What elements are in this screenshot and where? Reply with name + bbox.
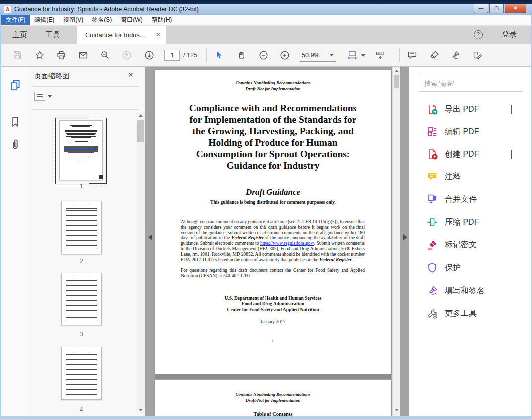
tool-redact[interactable]: 标记密文 [409, 234, 531, 256]
thumbnail-page-1[interactable] [59, 120, 103, 180]
close-button[interactable]: ✕ [505, 4, 526, 13]
scrollbar-thumb[interactable] [394, 75, 399, 88]
scroll-up-icon[interactable] [139, 114, 143, 117]
page-thumbnails-panel: 页面缩略图 ✕ [28, 67, 145, 416]
previous-page-icon[interactable] [119, 48, 134, 63]
tool-comment[interactable]: 注释 [409, 166, 531, 188]
page-thumbnails-icon[interactable] [9, 79, 22, 92]
tool-create-pdf[interactable]: 创建 PDF [409, 143, 531, 165]
menu-window[interactable]: 窗口(W) [116, 15, 147, 25]
bookmarks-icon[interactable] [9, 115, 22, 128]
document-scrollbar[interactable] [392, 67, 400, 416]
scroll-down-icon[interactable] [395, 409, 399, 411]
minimize-button[interactable]: — [474, 4, 488, 13]
menu-sign[interactable]: 签名(S) [88, 15, 116, 25]
hand-tool-icon[interactable] [234, 48, 249, 63]
pdf-page-1: Contains Nonbinding Recommendations Draf… [155, 70, 391, 374]
email-icon[interactable] [76, 48, 90, 63]
tab-bar: 主页 工具 Guidance for Indus... ✕ ? 登录 [1, 26, 531, 44]
window-title: Guidance for Industry: Sprouts - Adobe A… [14, 6, 199, 13]
adobe-pdf-icon: A [4, 6, 11, 13]
document-date: January 2017 [155, 319, 391, 324]
titlebar[interactable]: A Guidance for Industry: Sprouts - Adobe… [0, 4, 532, 15]
next-page-icon[interactable] [142, 48, 157, 63]
table-of-contents-title: Table of Contents [155, 411, 391, 416]
thumbnail-page-3[interactable] [61, 273, 102, 325]
thumbnails-scrollbar[interactable] [136, 112, 145, 413]
comment-icon [426, 171, 438, 183]
menu-edit[interactable]: 编辑(E) [30, 15, 59, 25]
highlighter-icon[interactable] [427, 48, 442, 63]
comment-instructions-paragraph: Although you can comment on any guidance… [181, 219, 365, 262]
print-icon[interactable] [54, 48, 69, 63]
thumbnail-page-4[interactable] [61, 347, 102, 400]
comment-note-icon[interactable] [405, 48, 420, 63]
fill-sign-icon [426, 285, 438, 297]
search-icon[interactable] [98, 48, 113, 63]
tools-search-input[interactable] [419, 75, 523, 92]
tab-tools[interactable]: 工具 [45, 26, 60, 44]
compress-pdf-icon [426, 216, 438, 228]
select-tool-icon[interactable] [211, 48, 226, 63]
combine-files-icon [426, 193, 438, 205]
sign-in-button[interactable]: 登录 [502, 30, 517, 39]
protect-icon [426, 262, 438, 274]
toolbar-separator [399, 49, 400, 62]
zoom-out-icon[interactable] [256, 48, 271, 63]
tab-home[interactable]: 主页 [12, 26, 27, 44]
tool-protect[interactable]: 保护 [409, 257, 531, 279]
tool-export-pdf[interactable]: 导出 PDF [409, 99, 531, 120]
thumbnail-label: 3 [56, 330, 106, 338]
thumbnail-label: 1 [56, 182, 106, 190]
star-icon[interactable] [32, 48, 47, 63]
page-number-input[interactable] [164, 50, 180, 61]
menu-file[interactable]: 文件(F) [1, 15, 30, 25]
window-controls: — ▢ ✕ [474, 4, 526, 13]
tool-more-tools[interactable]: 更多工具 [409, 303, 531, 324]
scroll-up-icon[interactable] [395, 70, 399, 72]
window-top-border [0, 0, 532, 4]
export-pdf-icon [426, 104, 438, 115]
tab-document[interactable]: Guidance for Indus... ✕ [77, 26, 166, 44]
doc-header-line: Draft-Not for Implementation [155, 397, 391, 403]
collapse-left-panel-icon[interactable] [148, 234, 152, 240]
menu-help[interactable]: 帮助(H) [147, 15, 177, 25]
fill-sign-pen-icon[interactable] [448, 48, 463, 63]
scroll-down-icon[interactable] [139, 409, 143, 411]
doc-header-line: Contains Nonbinding Recommendations [155, 391, 391, 397]
scrollbar-thumb[interactable] [137, 120, 144, 142]
tool-compress-pdf[interactable]: 压缩 PDF [409, 211, 531, 233]
draft-guidance-heading: Draft Guidance [155, 187, 391, 197]
thumbnail-page-2[interactable] [61, 201, 102, 254]
maximize-button[interactable]: ▢ [489, 4, 504, 13]
fit-width-icon[interactable] [346, 48, 365, 63]
doc-header-line: Draft-Not for Implementation [155, 86, 391, 92]
chevron-down-icon [48, 95, 52, 98]
tool-edit-pdf[interactable]: 编辑 PDF [409, 121, 531, 143]
menu-view[interactable]: 视图(V) [59, 15, 88, 25]
help-icon[interactable]: ? [474, 30, 483, 39]
page-count-label: / 125 [183, 52, 197, 59]
panel-close-icon[interactable]: ✕ [128, 71, 134, 79]
edit-pdf-icon [426, 126, 438, 138]
tool-combine-files[interactable]: 合并文件 [409, 188, 531, 210]
send-document-icon[interactable] [470, 48, 485, 63]
zoom-level-dropdown[interactable]: 50.9% [300, 49, 336, 62]
draft-guidance-note: This guidance is being distributed for c… [155, 200, 391, 205]
main-area: 页面缩略图 ✕ [1, 67, 531, 416]
regulations-gov-link[interactable]: https://www.regulations.gov/ [260, 241, 314, 246]
tab-close-icon[interactable]: ✕ [156, 31, 161, 38]
thumbnail-options-button[interactable] [34, 91, 55, 102]
options-list-icon [34, 92, 45, 101]
thumbnail-resize-handle[interactable] [99, 175, 103, 179]
page-number-footer: 1 [155, 338, 391, 343]
presentation-icon[interactable] [373, 48, 388, 63]
expand-right-panel-icon[interactable] [403, 234, 407, 240]
zoom-in-icon[interactable] [277, 48, 292, 63]
save-icon[interactable] [10, 48, 25, 63]
chevron-down-icon[interactable] [511, 150, 512, 159]
chevron-down-icon[interactable] [511, 105, 512, 114]
attachments-icon[interactable] [9, 138, 22, 151]
document-view[interactable]: Contains Nonbinding Recommendations Draf… [145, 67, 409, 416]
tool-fill-sign[interactable]: 填写和签名 [409, 280, 531, 302]
